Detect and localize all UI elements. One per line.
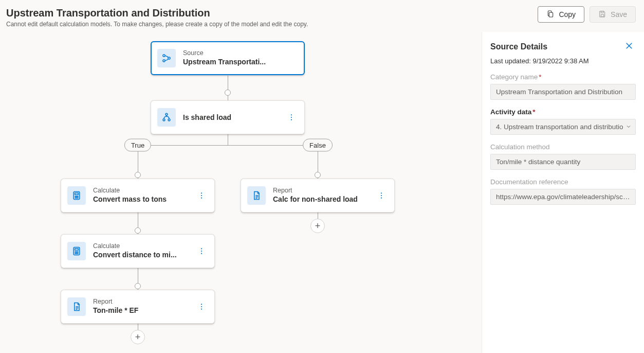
node-report[interactable]: Report Ton-mile * EF bbox=[61, 290, 215, 324]
svg-rect-13 bbox=[75, 193, 79, 195]
panel-title: Source Details bbox=[490, 42, 547, 51]
node-report[interactable]: Report Calc for non-shared load bbox=[241, 179, 395, 213]
svg-point-22 bbox=[201, 198, 202, 199]
node-more-button[interactable] bbox=[195, 298, 208, 315]
node-kind: Calculate bbox=[93, 242, 188, 250]
close-icon bbox=[624, 44, 634, 52]
svg-point-10 bbox=[291, 117, 292, 118]
activity-label: Activity data* bbox=[490, 108, 636, 116]
activity-select[interactable]: 4. Upstream transportation and distribut… bbox=[490, 119, 636, 135]
copy-button-label: Copy bbox=[559, 10, 576, 19]
calculation-label: Calculation method bbox=[490, 143, 636, 151]
svg-point-19 bbox=[78, 198, 78, 198]
node-name: Upstream Transportati... bbox=[183, 57, 298, 67]
svg-point-30 bbox=[78, 253, 78, 254]
node-more-button[interactable] bbox=[195, 187, 208, 204]
node-more-button[interactable] bbox=[375, 187, 388, 204]
svg-point-11 bbox=[291, 119, 292, 120]
svg-point-27 bbox=[78, 252, 78, 252]
svg-point-38 bbox=[201, 306, 202, 307]
details-panel: Source Details Last updated: 9/19/2022 9… bbox=[482, 32, 644, 353]
svg-point-25 bbox=[75, 252, 76, 252]
documentation-label: Documentation reference bbox=[490, 178, 636, 186]
last-updated: Last updated: 9/19/2022 9:38 AM bbox=[490, 57, 636, 65]
svg-rect-1 bbox=[601, 14, 603, 16]
document-icon bbox=[247, 186, 266, 205]
svg-point-32 bbox=[201, 251, 202, 252]
svg-point-29 bbox=[76, 253, 77, 254]
svg-point-3 bbox=[163, 55, 165, 57]
save-button: Save bbox=[590, 6, 636, 23]
svg-point-6 bbox=[165, 113, 168, 115]
node-name: Convert distance to mi... bbox=[93, 250, 188, 260]
node-condition[interactable]: Is shared load bbox=[151, 100, 305, 134]
calculator-icon bbox=[67, 242, 86, 260]
svg-point-16 bbox=[78, 196, 78, 197]
node-calculate[interactable]: Calculate Convert distance to mi... bbox=[61, 234, 215, 268]
node-name: Convert mass to tons bbox=[93, 195, 188, 204]
condition-icon bbox=[157, 108, 176, 127]
flow-canvas[interactable]: Source Upstream Transportati... bbox=[0, 32, 482, 353]
svg-point-37 bbox=[201, 304, 202, 305]
branch-true-label: True bbox=[124, 139, 151, 152]
calculation-input[interactable]: Ton/mile * distance quantity bbox=[490, 154, 636, 170]
svg-point-14 bbox=[75, 196, 76, 197]
svg-point-28 bbox=[75, 253, 76, 254]
node-kind: Source bbox=[183, 49, 298, 57]
svg-point-20 bbox=[201, 192, 202, 193]
svg-point-15 bbox=[76, 196, 77, 197]
svg-point-31 bbox=[201, 248, 202, 249]
svg-point-9 bbox=[291, 114, 292, 115]
close-button[interactable] bbox=[622, 39, 636, 54]
svg-point-26 bbox=[76, 252, 77, 252]
copy-button[interactable]: Copy bbox=[538, 6, 584, 23]
save-button-label: Save bbox=[611, 10, 627, 19]
node-source[interactable]: Source Upstream Transportati... bbox=[151, 41, 305, 75]
calculator-icon bbox=[67, 186, 86, 205]
node-calculate[interactable]: Calculate Convert mass to tons bbox=[61, 179, 215, 213]
node-name: Ton-mile * EF bbox=[93, 306, 188, 315]
node-name: Is shared load bbox=[183, 113, 278, 122]
node-kind: Calculate bbox=[93, 187, 188, 195]
svg-point-21 bbox=[201, 195, 202, 196]
node-name: Calc for non-shared load bbox=[273, 195, 367, 204]
svg-point-45 bbox=[381, 198, 382, 199]
copy-icon bbox=[546, 10, 555, 20]
svg-point-43 bbox=[381, 192, 382, 193]
page-subtitle: Cannot edit default calculation models. … bbox=[6, 21, 308, 28]
svg-point-44 bbox=[381, 195, 382, 196]
node-more-button[interactable] bbox=[285, 109, 298, 126]
category-input[interactable]: Upstream Transportation and Distribution bbox=[490, 84, 636, 100]
svg-rect-0 bbox=[549, 12, 553, 17]
svg-rect-24 bbox=[75, 249, 79, 250]
branch-false-label: False bbox=[303, 139, 333, 152]
documentation-input[interactable]: https://www.epa.gov/climateleadership/sc… bbox=[490, 189, 636, 205]
node-kind: Report bbox=[93, 298, 188, 306]
svg-point-8 bbox=[168, 119, 170, 121]
save-icon bbox=[598, 10, 606, 20]
add-step-button[interactable]: + bbox=[310, 219, 325, 233]
svg-point-33 bbox=[201, 253, 202, 254]
document-icon bbox=[67, 297, 86, 316]
branch-icon bbox=[157, 49, 176, 67]
svg-rect-2 bbox=[601, 11, 603, 12]
svg-point-7 bbox=[163, 119, 165, 121]
page-title: Upstream Transportation and Distribution bbox=[6, 6, 308, 20]
svg-point-18 bbox=[76, 198, 77, 198]
svg-point-4 bbox=[163, 60, 165, 62]
svg-point-17 bbox=[75, 198, 76, 198]
category-label: Category name* bbox=[490, 73, 636, 81]
node-kind: Report bbox=[273, 187, 367, 195]
svg-point-39 bbox=[201, 309, 202, 310]
add-step-button[interactable]: + bbox=[131, 330, 145, 344]
node-more-button[interactable] bbox=[195, 243, 208, 259]
